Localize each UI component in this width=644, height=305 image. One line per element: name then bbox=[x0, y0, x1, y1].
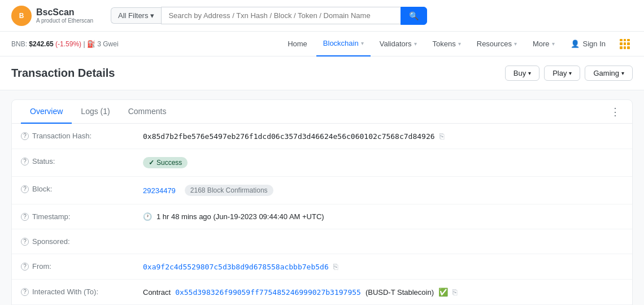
main-content: Overview Logs (1) Comments ⋮ ? Transacti… bbox=[0, 90, 644, 305]
confirmations-badge: 2168 Block Confirmations bbox=[185, 185, 273, 196]
user-icon: 👤 bbox=[571, 40, 580, 48]
help-icon[interactable]: ? bbox=[21, 158, 29, 165]
filter-label: All Filters bbox=[118, 11, 148, 20]
chevron-down-icon: ▾ bbox=[458, 41, 461, 47]
nav-home[interactable]: Home bbox=[281, 32, 314, 56]
row-block: ? Block: 29234479 2168 Block Confirmatio… bbox=[12, 177, 632, 204]
label-timestamp: ? Timestamp: bbox=[21, 212, 134, 221]
nav-blockchain[interactable]: Blockchain▾ bbox=[316, 32, 371, 56]
top-nav: BNB: $242.65 (-1.59%) | ⛽ 3 Gwei Home Bl… bbox=[0, 32, 644, 56]
value-interacted-with: Contract 0x55d398326f99059ff775485246999… bbox=[143, 287, 623, 297]
from-address-link[interactable]: 0xa9f2c4d5529807c5d3b8d9d678558acbbb7eb5… bbox=[143, 263, 329, 271]
main-header: B BscScan A product of Etherscan All Fil… bbox=[0, 0, 644, 32]
label-tx-hash: ? Transaction Hash: bbox=[21, 132, 134, 140]
tabs-bar: Overview Logs (1) Comments ⋮ bbox=[12, 100, 632, 124]
page-header: Transaction Details Buy ▾ Play ▾ Gaming … bbox=[0, 56, 644, 90]
grid-icon[interactable] bbox=[617, 36, 633, 52]
chevron-down-icon: ▾ bbox=[361, 40, 364, 46]
help-icon[interactable]: ? bbox=[21, 185, 29, 193]
copy-tx-hash-icon[interactable]: ⎘ bbox=[440, 132, 444, 141]
chevron-down-icon: ▾ bbox=[414, 41, 417, 47]
help-icon[interactable]: ? bbox=[21, 263, 29, 271]
value-from: 0xa9f2c4d5529807c5d3b8d9d678558acbbb7eb5… bbox=[143, 262, 623, 271]
nav-tokens[interactable]: Tokens▾ bbox=[426, 32, 468, 56]
verified-icon: ✅ bbox=[438, 287, 448, 297]
tab-menu-button[interactable]: ⋮ bbox=[607, 104, 623, 120]
value-status: Success bbox=[143, 157, 623, 168]
copy-from-icon[interactable]: ⎘ bbox=[333, 262, 338, 271]
gaming-button[interactable]: Gaming ▾ bbox=[585, 66, 633, 81]
logo-text: BscScan A product of Etherscan bbox=[36, 7, 93, 24]
sign-in-link[interactable]: 👤 Sign In bbox=[564, 40, 612, 48]
chevron-down-icon: ▾ bbox=[150, 11, 154, 20]
chevron-down-icon: ▾ bbox=[621, 70, 624, 76]
row-timestamp: ? Timestamp: 🕐 1 hr 48 mins ago (Jun-19-… bbox=[12, 204, 632, 229]
clock-icon: 🕐 bbox=[143, 212, 152, 221]
value-tx-hash: 0x85d7b2fbe576e5497eb276f1dcd06c357d3d46… bbox=[143, 132, 623, 141]
row-interacted-with: ? Interacted With (To): Contract 0x55d39… bbox=[12, 280, 632, 305]
row-sponsored: ? Sponsored: bbox=[12, 229, 632, 254]
filter-dropdown[interactable]: All Filters ▾ bbox=[111, 7, 161, 24]
label-interacted-with: ? Interacted With (To): bbox=[21, 287, 134, 296]
search-input[interactable] bbox=[161, 7, 401, 24]
logo-sub: A product of Etherscan bbox=[36, 18, 93, 24]
value-block: 29234479 2168 Block Confirmations bbox=[143, 185, 623, 196]
label-sponsored: ? Sponsored: bbox=[21, 237, 134, 246]
search-button[interactable]: 🔍 bbox=[401, 7, 427, 25]
bnb-price: BNB: $242.65 (-1.59%) | ⛽ 3 Gwei bbox=[11, 40, 119, 48]
nav-validators[interactable]: Validators▾ bbox=[373, 32, 424, 56]
logo-main: BscScan bbox=[36, 7, 93, 18]
tab-overview[interactable]: Overview bbox=[21, 100, 72, 124]
value-timestamp: 🕐 1 hr 48 mins ago (Jun-19-2023 09:44:40… bbox=[143, 212, 623, 221]
play-button[interactable]: Play ▾ bbox=[544, 66, 580, 81]
contract-address-link[interactable]: 0x55d398326f99059ff775485246999027b31979… bbox=[175, 288, 361, 297]
label-block: ? Block: bbox=[21, 185, 134, 193]
chevron-down-icon: ▾ bbox=[528, 70, 531, 76]
tab-logs[interactable]: Logs (1) bbox=[72, 100, 119, 124]
page-title: Transaction Details bbox=[11, 67, 115, 80]
row-from: ? From: 0xa9f2c4d5529807c5d3b8d9d678558a… bbox=[12, 254, 632, 280]
chevron-down-icon: ▾ bbox=[552, 41, 555, 47]
help-icon[interactable]: ? bbox=[21, 132, 29, 140]
help-icon[interactable]: ? bbox=[21, 288, 29, 296]
logo-icon: B bbox=[11, 6, 32, 26]
buy-button[interactable]: Buy ▾ bbox=[505, 66, 539, 81]
logo-area: B BscScan A product of Etherscan bbox=[11, 6, 102, 26]
block-number-link[interactable]: 29234479 bbox=[143, 186, 176, 195]
search-area: All Filters ▾ 🔍 bbox=[111, 7, 427, 25]
row-tx-hash: ? Transaction Hash: 0x85d7b2fbe576e5497e… bbox=[12, 124, 632, 149]
chevron-down-icon: ▾ bbox=[569, 70, 572, 76]
gas-icon: ⛽ bbox=[87, 40, 95, 48]
help-icon[interactable]: ? bbox=[21, 238, 29, 246]
row-status: ? Status: Success bbox=[12, 149, 632, 177]
chevron-down-icon: ▾ bbox=[514, 41, 517, 47]
label-status: ? Status: bbox=[21, 157, 134, 165]
nav-more[interactable]: More▾ bbox=[526, 32, 562, 56]
status-badge: Success bbox=[143, 157, 188, 168]
tab-comments[interactable]: Comments bbox=[119, 100, 176, 124]
copy-contract-icon[interactable]: ⎘ bbox=[452, 287, 457, 297]
help-icon[interactable]: ? bbox=[21, 213, 29, 221]
transaction-card: Overview Logs (1) Comments ⋮ ? Transacti… bbox=[11, 99, 633, 305]
label-from: ? From: bbox=[21, 262, 134, 271]
nav-resources[interactable]: Resources▾ bbox=[470, 32, 524, 56]
header-buttons: Buy ▾ Play ▾ Gaming ▾ bbox=[505, 66, 633, 81]
